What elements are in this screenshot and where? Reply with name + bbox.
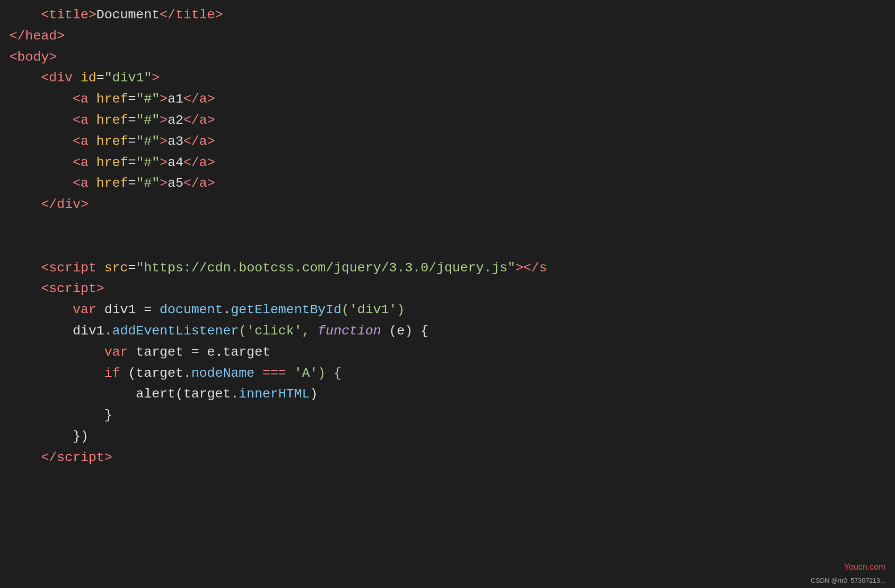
code-token: a [199, 92, 207, 106]
code-line: </script> [9, 447, 886, 469]
code-token: = [128, 92, 136, 106]
code-token: target = e.target [128, 345, 270, 359]
code-token: < [9, 92, 80, 106]
code-token: = [128, 155, 136, 170]
code-line [9, 215, 886, 237]
code-token [9, 366, 104, 381]
code-token: a [80, 113, 88, 127]
code-token: a1 [168, 92, 184, 106]
code-token [9, 302, 72, 317]
code-token: a [80, 176, 88, 191]
code-token: </ [9, 197, 57, 212]
code-token: href [96, 134, 128, 149]
code-line: <script src="https://cdn.bootcss.com/jqu… [9, 258, 886, 279]
code-token: > [104, 450, 112, 465]
code-token: a3 [168, 134, 184, 149]
code-line: alert(target.innerHTML) [9, 384, 886, 405]
code-token: > [88, 8, 96, 22]
code-token: href [96, 113, 128, 127]
code-token: </ [184, 176, 200, 191]
code-token [88, 92, 96, 106]
code-token: src [104, 261, 128, 275]
code-line: <div id="div1"> [9, 68, 886, 89]
code-token: var [72, 302, 96, 317]
code-token: a2 [168, 113, 184, 127]
code-line: <title>Document</title> [9, 5, 886, 26]
code-token: title [49, 8, 88, 22]
code-line: <script> [9, 278, 886, 300]
code-token: < [9, 176, 80, 191]
code-token: href [96, 92, 128, 106]
code-token: "#" [136, 176, 160, 191]
code-token: Document [96, 8, 160, 22]
code-token [88, 134, 96, 149]
code-token: function [318, 324, 381, 338]
code-token: > [207, 134, 215, 149]
code-token: "#" [136, 134, 160, 149]
code-token: > [207, 155, 215, 170]
code-token: === [263, 366, 286, 381]
code-token: > [207, 176, 215, 191]
code-token: a [80, 92, 88, 106]
code-token: > [96, 281, 104, 296]
code-token: </ [184, 92, 200, 106]
code-token: if [104, 366, 120, 381]
code-token [255, 366, 263, 381]
code-block: <title>Document</title></head><body> <di… [0, 0, 895, 473]
code-line: </head> [9, 26, 886, 47]
code-token: (target. [120, 366, 191, 381]
code-token: (e) { [381, 324, 429, 338]
code-token: </ [184, 113, 200, 127]
code-token: </ [9, 29, 25, 43]
code-token: > [207, 92, 215, 106]
code-token: ('click', [239, 324, 318, 338]
code-token: < [9, 71, 49, 85]
code-token: nodeName [191, 366, 254, 381]
code-line: <a href="#">a4</a> [9, 152, 886, 174]
code-token: a5 [168, 176, 184, 191]
code-line: <body> [9, 47, 886, 68]
code-token: "div1" [104, 71, 152, 85]
code-token: > [57, 29, 65, 43]
code-token: ) [310, 387, 318, 401]
code-token: script [57, 450, 104, 465]
code-token: }) [9, 429, 88, 444]
code-token: var [104, 345, 128, 359]
code-token: ('div1') [342, 302, 405, 317]
code-token: > [49, 50, 57, 64]
code-token: = [128, 113, 136, 127]
code-token [88, 113, 96, 127]
code-token: > [160, 92, 168, 106]
code-token: > [207, 113, 215, 127]
code-token: div [49, 71, 72, 85]
code-token: > [160, 176, 168, 191]
code-token: div [57, 197, 80, 212]
code-token: > [152, 71, 160, 85]
code-token: document [160, 302, 223, 317]
code-token: addEventListener [112, 324, 239, 338]
code-token: "#" [136, 92, 160, 106]
code-token: alert(target. [9, 387, 239, 401]
code-token: < [9, 134, 80, 149]
code-token [72, 71, 80, 85]
code-line: <a href="#">a2</a> [9, 110, 886, 131]
code-token: } [9, 408, 112, 422]
code-token: div1. [9, 324, 112, 338]
code-token: a4 [168, 155, 184, 170]
code-token: a [199, 113, 207, 127]
code-token: > [80, 197, 88, 212]
code-token: > [160, 134, 168, 149]
code-token: a [80, 134, 88, 149]
code-line: if (target.nodeName === 'A') { [9, 363, 886, 384]
code-line: }) [9, 426, 886, 447]
code-token: < [9, 113, 80, 127]
code-line: var div1 = document.getElementById('div1… [9, 300, 886, 321]
code-token: > [160, 155, 168, 170]
code-line: div1.addEventListener('click', function … [9, 321, 886, 342]
code-token: < [9, 155, 80, 170]
code-token: = [128, 134, 136, 149]
code-token: s [539, 261, 547, 275]
code-token: ></ [515, 261, 539, 275]
code-token: "#" [136, 155, 160, 170]
code-token: href [96, 155, 128, 170]
